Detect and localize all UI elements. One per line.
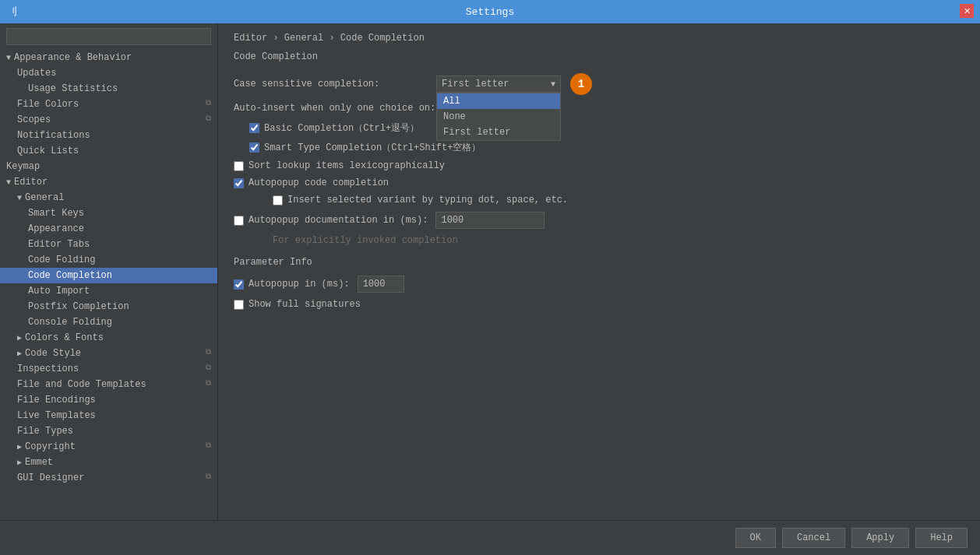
show-full-signatures-checkbox[interactable]: [234, 300, 244, 310]
copy-icon: ⧉: [206, 114, 211, 123]
sidebar: ▼Appearance & BehaviorUpdatesUsage Stati…: [0, 23, 218, 520]
sidebar-item-auto-import[interactable]: Auto Import: [0, 283, 217, 299]
sidebar-item-label: File Encodings: [17, 395, 96, 406]
dropdown-option-first-letter[interactable]: First letter: [437, 125, 560, 140]
section-title: Code Completion: [234, 51, 964, 62]
smart-type-checkbox[interactable]: [249, 142, 259, 153]
smart-type-label: Smart Type Completion（Ctrl+Shift+空格）: [264, 141, 481, 154]
sidebar-item-colors-fonts[interactable]: ▶Colors & Fonts: [0, 330, 217, 346]
copy-icon: ⧉: [206, 99, 211, 107]
app-logo: 刂: [8, 5, 18, 19]
basic-completion-label: Basic Completion（Ctrl+退号）: [264, 121, 419, 135]
ok-button[interactable]: OK: [735, 528, 776, 548]
basic-completion-checkbox[interactable]: [249, 123, 259, 133]
sidebar-item-label: Auto Import: [28, 286, 90, 297]
sidebar-item-file-code-templates[interactable]: File and Code Templates⧉: [0, 377, 217, 392]
dropdown-arrow-icon: ▼: [551, 80, 555, 89]
param-autopopup-label: Autopopup in (ms):: [249, 279, 350, 290]
step-badge: 1: [570, 73, 592, 95]
sidebar-item-label: Scopes: [17, 114, 51, 125]
sidebar-item-label: Console Folding: [28, 317, 112, 328]
sidebar-item-file-encodings[interactable]: File Encodings: [0, 392, 217, 408]
sidebar-item-label: Appearance: [28, 223, 84, 234]
sidebar-item-scopes[interactable]: Scopes⧉: [0, 112, 217, 128]
sidebar-item-label: Notifications: [17, 130, 90, 141]
sidebar-item-code-style[interactable]: ▶Code Style⧉: [0, 346, 217, 361]
dropdown-menu: All None First letter: [436, 93, 561, 141]
sidebar-item-label: Code Completion: [28, 270, 112, 281]
tree-arrow-icon: ▼: [6, 178, 11, 187]
sidebar-item-label: Postfix Completion: [28, 301, 129, 312]
autopopup-doc-checkbox[interactable]: [234, 216, 244, 226]
autopopup-code-checkbox[interactable]: [234, 178, 244, 188]
sidebar-item-label: Copyright: [25, 441, 76, 452]
autopopup-doc-label: Autopopup documentation in (ms):: [249, 215, 428, 226]
param-autopopup-row: Autopopup in (ms):: [234, 276, 964, 293]
sidebar-item-label: Code Style: [25, 348, 81, 359]
copy-icon: ⧉: [206, 441, 211, 450]
sort-lookup-row: Sort lookup items lexicographically: [234, 160, 964, 171]
sidebar-item-inspections[interactable]: Inspections⧉: [0, 361, 217, 377]
dropdown-selected-value: First letter: [442, 79, 509, 90]
search-box: [0, 23, 217, 50]
sidebar-item-appearance[interactable]: Appearance: [0, 221, 217, 237]
sidebar-item-general[interactable]: ▼General: [0, 190, 217, 205]
sidebar-item-label: File and Code Templates: [17, 379, 146, 390]
content-area: Editor › General › Code Completion Code …: [218, 23, 980, 520]
copy-icon: ⧉: [206, 472, 211, 481]
smart-type-row: Smart Type Completion（Ctrl+Shift+空格）: [249, 141, 964, 154]
sidebar-item-postfix-completion[interactable]: Postfix Completion: [0, 299, 217, 314]
tree-arrow-icon: ▶: [17, 458, 22, 467]
copy-icon: ⧉: [206, 379, 211, 388]
param-autopopup-checkbox[interactable]: [234, 279, 244, 290]
sidebar-item-file-types[interactable]: File Types: [0, 423, 217, 439]
sidebar-item-copyright[interactable]: ▶Copyright⧉: [0, 439, 217, 455]
sidebar-item-emmet[interactable]: ▶Emmet: [0, 455, 217, 470]
sidebar-item-label: Usage Statistics: [28, 83, 118, 94]
help-button[interactable]: Help: [915, 528, 968, 548]
sidebar-item-appearance-behavior[interactable]: ▼Appearance & Behavior: [0, 50, 217, 65]
sidebar-item-label: Editor: [14, 177, 48, 188]
sidebar-item-label: Updates: [17, 68, 56, 79]
sidebar-item-gui-designer[interactable]: GUI Designer⧉: [0, 470, 217, 486]
sidebar-item-usage-statistics[interactable]: Usage Statistics: [0, 81, 217, 97]
sidebar-item-live-templates[interactable]: Live Templates: [0, 408, 217, 423]
sidebar-item-updates[interactable]: Updates: [0, 65, 217, 81]
auto-insert-label: Auto-insert when only one choice on:: [234, 103, 436, 114]
sidebar-item-label: Emmet: [25, 457, 53, 468]
dropdown-option-none[interactable]: None: [437, 109, 560, 125]
sort-lookup-checkbox[interactable]: [234, 161, 244, 171]
sidebar-item-editor[interactable]: ▼Editor: [0, 174, 217, 190]
insert-selected-label: Insert selected variant by typing dot, s…: [287, 195, 568, 205]
autopopup-doc-input[interactable]: [435, 212, 545, 229]
copy-icon: ⧉: [206, 364, 211, 372]
sidebar-item-quick-lists[interactable]: Quick Lists: [0, 143, 217, 159]
apply-button[interactable]: Apply: [851, 528, 909, 548]
sidebar-item-label: File Colors: [17, 99, 79, 110]
sidebar-item-label: Smart Keys: [28, 208, 84, 219]
sidebar-item-code-completion[interactable]: Code Completion: [0, 268, 217, 283]
sidebar-item-code-folding[interactable]: Code Folding: [0, 252, 217, 268]
titlebar: 刂 Settings ✕: [0, 0, 980, 23]
autopopup-code-row: Autopopup code completion: [234, 177, 964, 188]
case-sensitive-dropdown-container: First letter ▼ All None First letter: [436, 76, 561, 93]
sidebar-item-file-colors[interactable]: File Colors⧉: [0, 97, 217, 112]
case-sensitive-dropdown[interactable]: First letter ▼: [436, 76, 561, 93]
sort-lookup-label: Sort lookup items lexicographically: [249, 160, 445, 171]
tree-arrow-icon: ▼: [17, 194, 22, 202]
sidebar-item-console-folding[interactable]: Console Folding: [0, 314, 217, 330]
autopopup-code-label: Autopopup code completion: [249, 177, 389, 188]
tree-arrow-icon: ▶: [17, 349, 22, 358]
sidebar-item-smart-keys[interactable]: Smart Keys: [0, 205, 217, 221]
param-autopopup-input[interactable]: [358, 276, 404, 293]
sidebar-item-keymap[interactable]: Keymap: [0, 159, 217, 174]
dropdown-option-all[interactable]: All: [437, 93, 560, 109]
cancel-button[interactable]: Cancel: [782, 528, 845, 548]
search-input[interactable]: [6, 28, 211, 45]
sidebar-item-editor-tabs[interactable]: Editor Tabs: [0, 237, 217, 252]
sidebar-item-label: Editor Tabs: [28, 239, 90, 250]
auto-insert-row: Auto-insert when only one choice on:: [234, 103, 964, 114]
close-button[interactable]: ✕: [960, 4, 974, 18]
insert-selected-checkbox[interactable]: [273, 195, 283, 205]
sidebar-item-notifications[interactable]: Notifications: [0, 128, 217, 143]
